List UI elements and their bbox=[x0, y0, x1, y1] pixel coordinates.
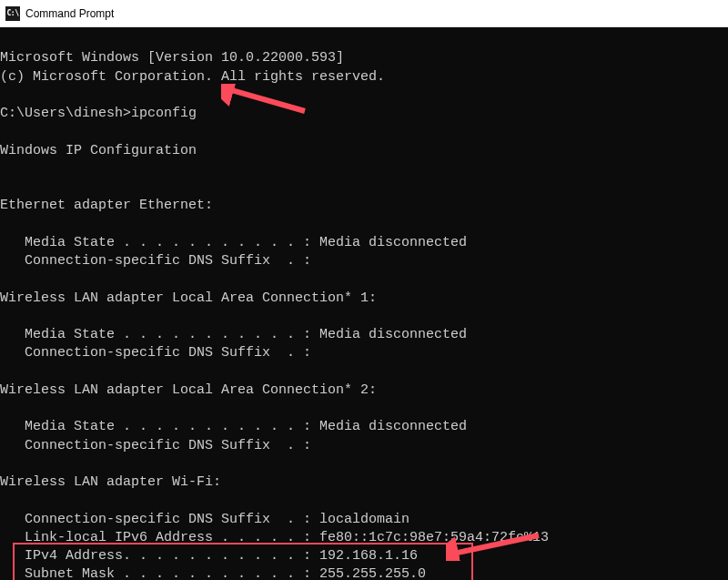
annotation-arrow-icon bbox=[221, 84, 312, 115]
blank bbox=[0, 179, 8, 195]
adapter-row: Connection-specific DNS Suffix . : bbox=[0, 438, 311, 453]
blank bbox=[0, 217, 8, 232]
adapter-title: Wireless LAN adapter Local Area Connecti… bbox=[0, 290, 377, 306]
blank bbox=[0, 309, 8, 324]
blank bbox=[0, 456, 8, 472]
adapter-row: Link-local IPv6 Address . . . . . : fe80… bbox=[0, 530, 549, 545]
adapter-row: Media State . . . . . . . . . . . : Medi… bbox=[0, 235, 467, 250]
adapter-row: IPv4 Address. . . . . . . . . . . : 192.… bbox=[0, 548, 418, 564]
header-line-2: (c) Microsoft Corporation. All rights re… bbox=[0, 69, 385, 85]
header-line-1: Microsoft Windows [Version 10.0.22000.59… bbox=[0, 50, 344, 66]
window-titlebar[interactable]: C:\ Command Prompt bbox=[0, 0, 728, 27]
blank bbox=[0, 271, 8, 287]
config-title: Windows IP Configuration bbox=[0, 143, 197, 158]
adapter-row: Subnet Mask . . . . . . . . . . . : 255.… bbox=[0, 566, 426, 580]
cmd-icon: C:\ bbox=[5, 6, 20, 21]
blank bbox=[0, 401, 8, 416]
adapter-row: Media State . . . . . . . . . . . : Medi… bbox=[0, 419, 467, 434]
window-title: Command Prompt bbox=[25, 7, 114, 20]
blank bbox=[0, 87, 8, 103]
command-text: ipconfig bbox=[131, 106, 197, 121]
blank bbox=[0, 161, 8, 177]
prompt-line: C:\Users\dinesh>ipconfig bbox=[0, 106, 197, 121]
adapter-title: Ethernet adapter Ethernet: bbox=[0, 198, 213, 213]
adapter-title: Wireless LAN adapter Wi-Fi: bbox=[0, 474, 221, 490]
adapter-row: Connection-specific DNS Suffix . : bbox=[0, 345, 311, 361]
blank bbox=[0, 124, 8, 139]
blank bbox=[0, 493, 8, 508]
svg-line-1 bbox=[228, 89, 305, 111]
adapter-row: Media State . . . . . . . . . . . : Medi… bbox=[0, 327, 467, 342]
adapter-title: Wireless LAN adapter Local Area Connecti… bbox=[0, 382, 377, 398]
terminal-output[interactable]: Microsoft Windows [Version 10.0.22000.59… bbox=[0, 27, 728, 580]
blank bbox=[0, 364, 8, 380]
adapter-row: Connection-specific DNS Suffix . : local… bbox=[0, 512, 410, 527]
adapter-row: Connection-specific DNS Suffix . : bbox=[0, 253, 311, 269]
